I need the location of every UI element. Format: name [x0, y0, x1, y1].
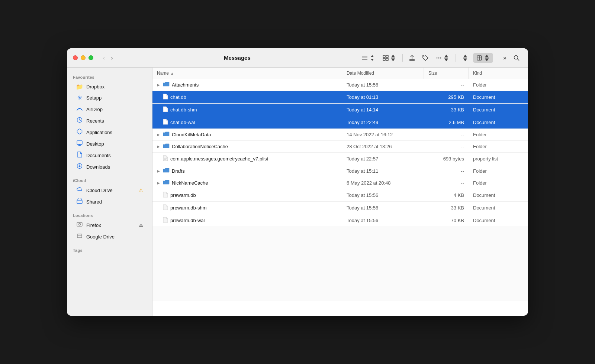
- chevron-icon: ▶: [157, 169, 160, 173]
- sidebar-item-label: Applications: [86, 130, 112, 135]
- action-button[interactable]: [433, 53, 452, 63]
- sidebar-item-desktop[interactable]: Desktop: [70, 138, 149, 149]
- svg-rect-6: [386, 58, 388, 61]
- table-row[interactable]: ▶ chat.db-shm Today at 14:14 33 KB Docum…: [152, 104, 528, 116]
- file-icon: [163, 106, 168, 113]
- date-column-header[interactable]: Date Modified: [342, 68, 424, 79]
- kind-cell: Folder: [469, 141, 528, 152]
- table-row[interactable]: ▶ prewarm.db-shm Today at 15:56 33 KB Do…: [152, 202, 528, 214]
- svg-point-8: [437, 57, 438, 58]
- date-cell: Today at 22:49: [342, 116, 424, 129]
- sidebar-item-label: Dropbox: [86, 84, 104, 90]
- maximize-button[interactable]: [89, 55, 93, 60]
- sidebar-item-recents[interactable]: Recents: [70, 115, 149, 126]
- file-icon: [163, 192, 168, 199]
- chevron-icon: ▶: [157, 133, 160, 137]
- size-column-header[interactable]: Size: [424, 68, 469, 79]
- downloads-icon: [76, 163, 83, 170]
- recents-icon: [76, 117, 83, 124]
- sidebar-item-label: AirDrop: [86, 107, 103, 112]
- sidebar-item-label: Shared: [86, 199, 102, 205]
- sidebar-item-shared[interactable]: Shared: [70, 196, 149, 207]
- svg-rect-20: [77, 222, 82, 226]
- dropbox-icon: 📁: [76, 83, 83, 90]
- svg-rect-5: [383, 58, 385, 61]
- svg-rect-3: [383, 55, 385, 58]
- kind-column-header[interactable]: Kind: [469, 68, 528, 79]
- traffic-lights: [73, 55, 93, 60]
- sidebar: Favourites 📁 Dropbox ✳ Setapp AirDrop: [67, 68, 152, 316]
- tag-button[interactable]: [420, 53, 431, 63]
- svg-point-10: [440, 57, 441, 58]
- table-row[interactable]: ▶ CloudKitMetaData 14 Nov 2022 at 16:12 …: [152, 129, 528, 141]
- size-cell: 33 KB: [424, 202, 469, 214]
- table-row[interactable]: ▶ prewarm.db-wal Today at 15:56 70 KB Do…: [152, 214, 528, 227]
- finder-window: ‹ › Messages: [67, 48, 528, 316]
- eject-badge[interactable]: ⏏: [139, 222, 143, 228]
- sidebar-item-documents[interactable]: Documents: [70, 150, 149, 161]
- date-cell: Today at 15:56: [342, 214, 424, 227]
- svg-line-15: [518, 59, 520, 61]
- grid-view-button[interactable]: [380, 53, 399, 63]
- sidebar-item-firefox[interactable]: Firefox ⏏: [70, 220, 149, 231]
- minimize-button[interactable]: [81, 55, 86, 60]
- svg-point-14: [514, 55, 518, 59]
- date-cell: Today at 01:13: [342, 91, 424, 103]
- back-button[interactable]: ‹: [101, 53, 107, 63]
- kind-cell: Document: [469, 202, 528, 214]
- forward-button[interactable]: ›: [109, 53, 115, 63]
- sidebar-item-dropbox[interactable]: 📁 Dropbox: [70, 81, 149, 92]
- name-column-header[interactable]: Name ▲: [152, 68, 342, 79]
- sidebar-item-label: Downloads: [86, 164, 110, 170]
- sidebar-item-label: iCloud Drive: [86, 188, 113, 193]
- table-row[interactable]: ▶ Attachments Today at 15:56 -- Folder: [152, 79, 528, 91]
- table-row[interactable]: ▶ NickNameCache 6 May 2022 at 20:48 -- F…: [152, 177, 528, 189]
- file-name: NickNameCache: [172, 180, 208, 186]
- kind-cell: Document: [469, 91, 528, 103]
- close-button[interactable]: [73, 55, 78, 60]
- file-name: com.apple.messages.geometrycache_v7.plis…: [170, 156, 268, 162]
- more-button[interactable]: »: [501, 53, 509, 63]
- sidebar-item-label: Setapp: [86, 95, 102, 101]
- list-view-button[interactable]: [359, 53, 378, 63]
- locations-header: Locations: [67, 210, 152, 219]
- table-row[interactable]: ▶ CollaborationNoticeCache 28 Oct 2022 a…: [152, 141, 528, 153]
- svg-rect-19: [77, 200, 82, 204]
- folder-icon: [163, 82, 170, 88]
- size-cell: 70 KB: [424, 214, 469, 227]
- file-name: chat.db-shm: [170, 107, 197, 113]
- table-row[interactable]: ▶ com.apple.messages.geometrycache_v7.pl…: [152, 153, 528, 165]
- chevron-icon: ▶: [157, 83, 160, 87]
- applications-icon: [76, 129, 83, 136]
- file-table: Name ▲ Date Modified Size Kind: [152, 68, 528, 316]
- sidebar-item-downloads[interactable]: Downloads: [70, 161, 149, 172]
- kind-cell: Folder: [469, 165, 528, 177]
- table-row[interactable]: ▶ Drafts Today at 15:11 -- Folder: [152, 165, 528, 177]
- size-cell: 295 KB: [424, 91, 469, 103]
- share-button[interactable]: [406, 53, 418, 63]
- table-row[interactable]: ▶ chat.db-wal Today at 22:49 2.6 MB Docu…: [152, 116, 528, 129]
- empty-area: [152, 227, 528, 301]
- chevron-icon: ▶: [157, 144, 160, 149]
- icon-view-button[interactable]: [473, 53, 493, 63]
- file-name: Drafts: [172, 168, 185, 174]
- sidebar-item-applications[interactable]: Applications: [70, 127, 149, 138]
- size-cell: 4 KB: [424, 189, 469, 201]
- sidebar-item-setapp[interactable]: ✳ Setapp: [70, 92, 149, 103]
- sidebar-item-label: Firefox: [86, 222, 101, 228]
- window-title: Messages: [120, 55, 355, 61]
- file-icon: [163, 217, 168, 224]
- sidebar-item-google-drive[interactable]: Google Drive: [70, 231, 149, 242]
- table-row[interactable]: ▶ prewarm.db Today at 15:56 4 KB Documen…: [152, 189, 528, 202]
- size-cell: 693 bytes: [424, 153, 469, 165]
- sidebar-item-airdrop[interactable]: AirDrop: [70, 104, 149, 115]
- table-row[interactable]: ▶ chat.db Today at 01:13 295 KB Document: [152, 91, 528, 104]
- search-button[interactable]: [511, 53, 522, 63]
- folder-icon: [163, 143, 170, 150]
- size-cell: 33 KB: [424, 104, 469, 116]
- sidebar-item-icloud-drive[interactable]: iCloud Drive ⚠: [70, 185, 149, 196]
- dropdown-button[interactable]: [460, 53, 471, 63]
- file-name: Attachments: [172, 82, 199, 88]
- svg-rect-17: [77, 141, 82, 144]
- table-header: Name ▲ Date Modified Size Kind: [152, 68, 528, 79]
